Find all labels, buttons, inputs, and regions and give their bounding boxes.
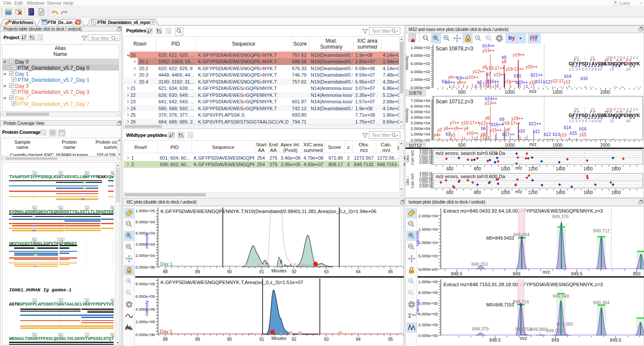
svg-text:849: 849: [551, 337, 559, 343]
svg-text:m/z: m/z: [515, 189, 522, 194]
svg-text:7: 7: [588, 118, 590, 123]
svg-text:2: 2: [633, 55, 635, 60]
svg-text:Intensity: Intensity: [405, 108, 409, 123]
svg-text:m/z: m/z: [515, 166, 522, 170]
svg-text:m/z errors, search tol=0.600 D: m/z errors, search tol=0.600 Da: [436, 151, 505, 156]
svg-text:1000: 1000: [501, 190, 511, 195]
svg-text:y8++: y8++: [457, 80, 466, 85]
svg-text:2.000e+05: 2.000e+05: [418, 322, 438, 327]
svg-text:y5: y5: [481, 132, 486, 137]
svg-text:b16: b16: [579, 127, 587, 131]
svg-text:800: 800: [474, 167, 481, 171]
svg-text:E: E: [604, 113, 607, 118]
svg-text:b14: b14: [564, 125, 571, 130]
svg-text:b14: b14: [564, 74, 572, 79]
svg-text:E: E: [604, 61, 607, 66]
svg-text:Workflows: Workflows: [12, 20, 34, 25]
svg-text:PTM_De...ion_v5: PTM_De...ion_v5: [47, 20, 79, 25]
svg-text:94: 94: [356, 337, 361, 342]
svg-text:b11: b11: [536, 79, 542, 84]
svg-text:600: 600: [446, 190, 454, 195]
svg-text:b11: b11: [533, 129, 540, 134]
svg-text:P: P: [621, 61, 624, 66]
svg-text:b14++: b14++: [483, 43, 495, 48]
svg-text:y19++: y19++: [513, 53, 525, 57]
svg-text:500: 500: [458, 142, 466, 148]
svg-text:4: 4: [579, 118, 581, 123]
svg-text:2.000e+04: 2.000e+04: [411, 126, 430, 131]
svg-text:m/z: m/z: [529, 89, 537, 94]
svg-text:b15: b15: [570, 131, 577, 136]
svg-text:849.5: 849.5: [610, 337, 621, 343]
svg-text:2: 2: [633, 107, 635, 111]
svg-text:y7++: y7++: [450, 120, 459, 125]
svg-text:849: 849: [513, 271, 520, 276]
svg-text:500: 500: [458, 90, 466, 95]
svg-text:y6++: y6++: [444, 126, 453, 131]
svg-text:0.000e+00: 0.000e+00: [411, 138, 430, 142]
svg-text:K: K: [637, 113, 640, 118]
svg-text:...: ...: [180, 32, 182, 35]
svg-text:5: 5: [623, 55, 625, 60]
svg-text:y20++: y20++: [526, 65, 538, 69]
svg-text:91: 91: [259, 337, 264, 342]
svg-text:2.000e+02: 2.000e+02: [411, 77, 430, 82]
svg-text:Scan 10712,z=3: Scan 10712,z=3: [436, 99, 473, 105]
svg-text:1200: 1200: [528, 167, 538, 171]
svg-text:y4: y4: [464, 126, 469, 131]
svg-text:1.000e+04: 1.000e+04: [418, 240, 438, 245]
svg-text:0.000e+00: 0.000e+00: [136, 265, 155, 269]
svg-text:m/z errors, search tol=0.600 D: m/z errors, search tol=0.600 Da: [436, 174, 505, 179]
svg-text:10: 10: [606, 55, 610, 60]
svg-text:Obs -: Obs -: [406, 153, 410, 162]
svg-text:9: 9: [610, 107, 612, 111]
svg-text:1: 1: [569, 118, 571, 123]
svg-text:4: 4: [626, 107, 629, 111]
svg-text:1000: 1000: [505, 90, 515, 95]
svg-text:Calc m/z: Calc m/z: [410, 173, 415, 188]
svg-text:M0=849.0433: M0=849.0433: [486, 235, 514, 241]
svg-text:1.000e+04: 1.000e+04: [411, 132, 430, 136]
svg-text:2.000e+05: 2.000e+05: [136, 319, 155, 324]
svg-text:5.000e+03: 5.000e+03: [418, 253, 438, 258]
svg-text:Intensity: Intensity: [415, 299, 420, 315]
svg-text:5: 5: [582, 67, 584, 71]
svg-text:20: 20: [574, 107, 579, 111]
svg-text:1800: 1800: [611, 167, 621, 171]
svg-text:1:1: 1:1: [409, 222, 412, 225]
svg-text:1.000e+06: 1.000e+06: [418, 279, 438, 284]
svg-text:15: 15: [610, 67, 614, 71]
svg-text:600: 600: [446, 167, 454, 171]
svg-text:1600: 1600: [583, 190, 593, 195]
svg-text:Day 1: Day 1: [160, 329, 173, 334]
svg-text:Σ: Σ: [408, 312, 412, 319]
svg-text:1400: 1400: [556, 190, 566, 195]
svg-text:PTM_Deamidation_v5_report: PTM_Deamidation_v5_report: [97, 20, 152, 25]
svg-text:S: S: [582, 113, 585, 118]
svg-text:K: K: [637, 61, 640, 66]
svg-text:D: D: [585, 61, 588, 66]
svg-text:1000: 1000: [501, 167, 511, 171]
svg-text:800: 800: [474, 190, 481, 195]
svg-text:1.000e+05: 1.000e+05: [136, 208, 155, 213]
svg-text:y2: y2: [437, 127, 442, 132]
svg-text:Scan 10878,z=3: Scan 10878,z=3: [436, 46, 473, 52]
svg-text:b6: b6: [481, 126, 486, 131]
svg-text:b16: b16: [581, 76, 588, 81]
svg-text:y13: y13: [564, 80, 571, 84]
svg-text:Minutes: Minutes: [271, 269, 286, 273]
svg-text:1200: 1200: [528, 190, 538, 195]
svg-text:y6++: y6++: [448, 75, 458, 80]
svg-text:2000: 2000: [600, 90, 610, 95]
svg-text:4.000e+05: 4.000e+05: [418, 312, 438, 316]
svg-text:20: 20: [626, 118, 631, 123]
svg-text:K.GFYPSDIAVEWESNGQPENNYK.T,Are: K.GFYPSDIAVEWESNGQPENNYK.T,Area(iso_0,z_…: [161, 280, 303, 285]
svg-text:1500: 1500: [552, 142, 563, 148]
svg-text:K.GFYPSDIAVEWESNGQPENNYK.T,N19: K.GFYPSDIAVEWESNGQPENNYK.T,N19(Deamidate…: [161, 209, 376, 214]
svg-text:1000: 1000: [505, 142, 515, 148]
svg-text:b21++: b21++: [529, 121, 542, 126]
svg-text:1500: 1500: [552, 90, 563, 95]
svg-text:y10++: y10++: [467, 75, 479, 80]
svg-text:m/z: m/z: [529, 142, 537, 147]
svg-text:4: 4: [579, 67, 581, 71]
